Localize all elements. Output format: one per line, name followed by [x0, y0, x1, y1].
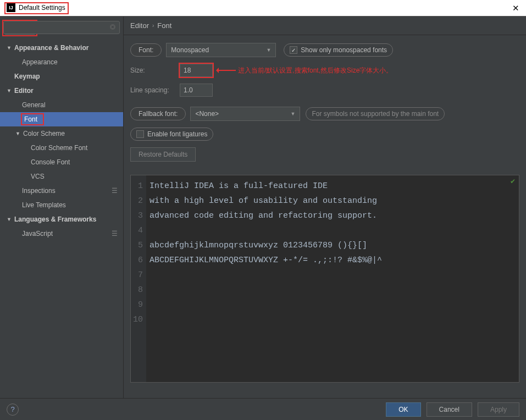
ligatures-toggle[interactable]: Enable font ligatures — [130, 128, 213, 141]
sidebar: font . ▼Appearance & Behavior Appearance… — [0, 16, 124, 398]
app-icon: IJ — [7, 3, 15, 12]
search-input-bg[interactable]: . — [3, 21, 120, 34]
chevron-right-icon: › — [152, 23, 154, 29]
sidebar-item-editor[interactable]: ▼Editor — [0, 84, 123, 98]
gutter: 12345678910 — [131, 175, 146, 382]
restore-defaults-button[interactable]: Restore Defaults — [130, 147, 196, 162]
main-panel: Editor › Font Font: Monospaced ▼ ✓Show o… — [124, 16, 526, 398]
font-combo[interactable]: Monospaced ▼ — [166, 43, 276, 57]
close-icon[interactable]: ✕ — [512, 3, 519, 13]
clear-icon[interactable] — [109, 24, 116, 32]
sidebar-item-color-scheme[interactable]: ▼Color Scheme — [0, 126, 123, 141]
fallback-hint: For symbols not supported by the main fo… — [306, 107, 445, 120]
line-spacing-input[interactable]: 1.0 — [180, 84, 213, 97]
sidebar-item-font[interactable]: Font — [0, 112, 123, 126]
ligatures-label: Enable font ligatures — [147, 130, 207, 138]
line-spacing-value: 1.0 — [184, 86, 193, 94]
footer: ? OK Cancel Apply — [0, 398, 526, 420]
mono-only-toggle[interactable]: ✓Show only monospaced fonts — [284, 43, 393, 57]
font-label: Font: — [130, 43, 162, 57]
sidebar-item-general[interactable]: General — [0, 98, 123, 112]
sidebar-item-live-templates[interactable]: Live Templates — [0, 198, 123, 212]
chevron-down-icon: ▼ — [290, 111, 295, 117]
mono-check-label: Show only monospaced fonts — [301, 46, 387, 54]
window-title: Default Settings — [19, 4, 65, 12]
sidebar-item-keymap[interactable]: Keymap — [0, 69, 123, 84]
help-button[interactable]: ? — [7, 404, 19, 416]
annotation: 进入当前/默认设置,搜索font,然后修改Size字体大小。 — [217, 66, 392, 75]
ok-button[interactable]: OK — [386, 402, 420, 417]
sidebar-item-appearance[interactable]: Appearance — [0, 55, 123, 69]
annotation-text: 进入当前/默认设置,搜索font,然后修改Size字体大小。 — [238, 66, 392, 75]
gear-icon: ☰ — [112, 187, 118, 195]
size-input[interactable]: 18 — [180, 64, 213, 77]
sidebar-item-console-font[interactable]: Console Font — [0, 155, 123, 169]
size-label: Size: — [130, 67, 180, 74]
gear-icon: ☰ — [112, 230, 118, 237]
fallback-label: Fallback font: — [130, 107, 186, 120]
code-preview: IntelliJ IDEA is a full-featured IDE wit… — [146, 175, 519, 382]
chevron-down-icon: ▼ — [266, 47, 271, 53]
check-icon: ✔ — [510, 178, 516, 185]
breadcrumb-root: Editor — [130, 21, 149, 30]
font-value: Monospaced — [171, 46, 209, 54]
sidebar-item-languages-frameworks[interactable]: ▼Languages & Frameworks — [0, 212, 123, 226]
sidebar-item-javascript[interactable]: JavaScript☰ — [0, 226, 123, 241]
fallback-combo[interactable]: <None> ▼ — [190, 107, 300, 121]
apply-button[interactable]: Apply — [478, 402, 519, 417]
line-spacing-label: Line spacing: — [130, 86, 180, 94]
size-value: 18 — [184, 67, 191, 74]
cancel-button[interactable]: Cancel — [427, 402, 472, 417]
fallback-value: <None> — [195, 110, 219, 118]
sidebar-item-vcs[interactable]: VCS — [0, 169, 123, 184]
breadcrumb-leaf: Font — [157, 21, 171, 30]
titlebar: IJ Default Settings ✕ — [0, 0, 526, 16]
sidebar-item-color-scheme-font[interactable]: Color Scheme Font — [0, 141, 123, 155]
sidebar-item-appearance-behavior[interactable]: ▼Appearance & Behavior — [0, 41, 123, 55]
sidebar-item-inspections[interactable]: Inspections☰ — [0, 184, 123, 198]
settings-tree: ▼Appearance & Behavior Appearance Keymap… — [0, 38, 123, 398]
font-preview: 12345678910 IntelliJ IDEA is a full-feat… — [130, 175, 519, 383]
breadcrumb: Editor › Font — [124, 16, 526, 35]
